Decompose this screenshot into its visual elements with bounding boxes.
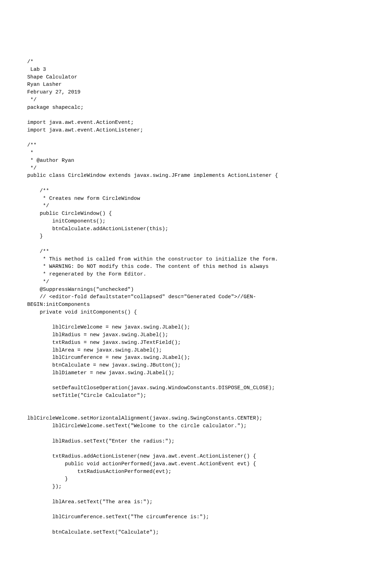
code-content: /* Lab 3 Shape Calculator Ryan Lasher Fe… bbox=[27, 58, 343, 536]
